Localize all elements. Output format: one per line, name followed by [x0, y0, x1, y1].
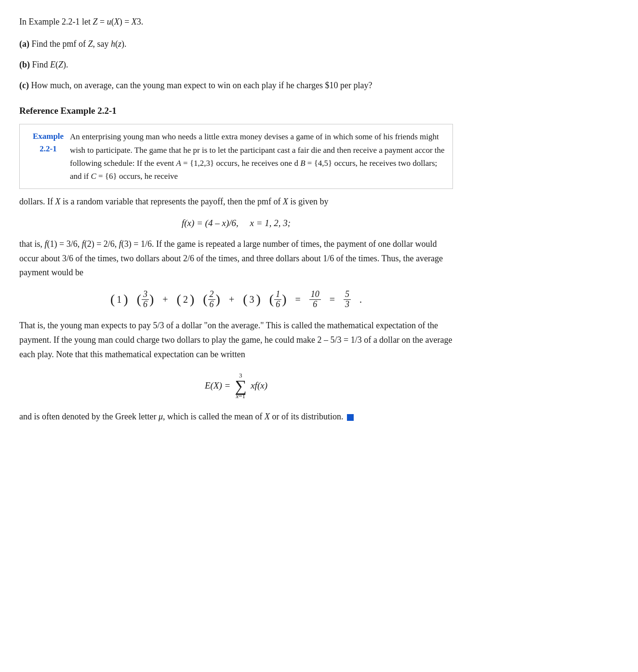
ex-rhs: xf(x) — [248, 380, 267, 391]
equals: = — [295, 294, 300, 305]
fraction3: 1 6 — [274, 290, 281, 309]
fraction1: 3 6 — [142, 290, 149, 309]
question-b-label: (b) — [19, 60, 30, 69]
formula2: ( 1 ) ( 3 6 ) + ( 2 ) ( 2 6 ) + — [19, 290, 453, 309]
open-paren-f3: ( — [269, 293, 274, 306]
result1-den: 6 — [311, 300, 319, 309]
open-paren1: ( — [110, 293, 115, 306]
close-paren-f1: ) — [149, 293, 154, 306]
ex-formula: E(X) = 3 ∑ x=1 xf(x) — [19, 372, 453, 400]
frac2-num: 2 — [208, 290, 215, 300]
sum-container: 3 ∑ x=1 — [235, 372, 246, 400]
fraction2: 2 6 — [208, 290, 215, 309]
body-para3: That is, the young man expects to pay 5/… — [19, 319, 453, 362]
question-b: (b) Find E(Z). — [19, 58, 453, 72]
frac1-num: 3 — [142, 290, 149, 300]
main-content: In Example 2.2-1 let Z = u(X) = X3. (a) … — [19, 15, 453, 424]
result2-den: 3 — [344, 300, 351, 309]
close-paren-f3: ) — [282, 293, 286, 306]
val1: 1 — [117, 294, 121, 305]
question-c: (c) How much, on average, can the young … — [19, 79, 453, 93]
question-a-label: (a) — [19, 39, 29, 49]
formula1-text: f(x) = (4 – x)/6, x = 1, 2, 3; — [182, 218, 291, 228]
close-paren2: ) — [190, 293, 194, 306]
close-paren1: ) — [123, 293, 128, 306]
question-c-text: How much, on average, can the young man … — [31, 81, 372, 90]
intro-line: In Example 2.2-1 let Z = u(X) = X3. — [19, 15, 453, 28]
example-box: Example 2.2-1 An enterprising young man … — [19, 124, 453, 189]
open-paren3: ( — [243, 293, 247, 306]
term3: ( 3 ) — [243, 293, 261, 306]
open-paren2: ( — [177, 293, 181, 306]
plus1: + — [162, 294, 168, 305]
formula1: f(x) = (4 – x)/6, x = 1, 2, 3; — [19, 218, 453, 228]
sum-lower: x=1 — [236, 392, 246, 400]
body-para1: dollars. If X is a random variable that … — [19, 195, 453, 209]
question-c-label: (c) — [19, 81, 29, 90]
term2: ( 2 ) — [177, 293, 195, 306]
term1: ( 1 ) — [110, 293, 128, 306]
period: . — [359, 294, 362, 305]
result1-num: 10 — [309, 290, 321, 300]
example-text: An enterprising young man who needs a li… — [70, 130, 446, 183]
body-para2: that is, f(1) = 3/6, f(2) = 2/6, f(3) = … — [19, 237, 453, 280]
result2-num: 5 — [344, 290, 351, 300]
frac3-den: 6 — [274, 300, 281, 309]
frac2-group: ( 2 6 ) — [203, 290, 220, 309]
open-paren-f1: ( — [137, 293, 141, 306]
frac1-group: ( 3 6 ) — [137, 290, 154, 309]
example-label-line1: Example — [33, 132, 64, 141]
example-label: Example 2.2-1 — [27, 130, 70, 183]
reference-heading: Reference Example 2.2-1 — [19, 106, 453, 116]
end-square — [347, 414, 354, 421]
val3: 3 — [249, 294, 254, 305]
question-a-text: Find the pmf of Z, say h(z). — [32, 39, 127, 49]
fraction-result2: 5 3 — [344, 290, 351, 309]
val2: 2 — [183, 294, 188, 305]
open-paren-f2: ( — [203, 293, 207, 306]
final-para: and is often denoted by the Greek letter… — [19, 410, 453, 424]
frac3-group: ( 1 6 ) — [269, 290, 287, 309]
frac2-den: 6 — [208, 300, 215, 309]
frac3-num: 1 — [274, 290, 281, 300]
equals2: = — [330, 294, 335, 305]
close-paren3: ) — [256, 293, 260, 306]
question-a: (a) Find the pmf of Z, say h(z). — [19, 37, 453, 51]
fraction-result1: 10 6 — [309, 290, 321, 309]
frac1-den: 6 — [142, 300, 149, 309]
close-paren-f2: ) — [216, 293, 220, 306]
example-label-line2: 2.2-1 — [40, 144, 56, 153]
question-b-text: Find E(Z). — [32, 60, 68, 69]
sum-symbol: ∑ — [235, 379, 246, 392]
plus2: + — [229, 294, 234, 305]
ex-lhs: E(X) = — [205, 380, 233, 391]
